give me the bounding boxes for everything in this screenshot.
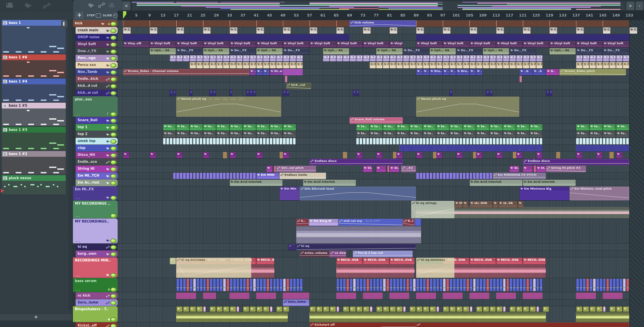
waveform-clip[interactable] <box>336 264 415 278</box>
audio-clip-to-[interactable]: to.. <box>216 131 230 138</box>
track-options-dots[interactable]: ... <box>76 274 80 277</box>
automation-clip-endless-disco[interactable]: Endless disco <box>310 159 402 165</box>
note-clip[interactable] <box>483 279 486 291</box>
audio-clip-em-acid-intertek[interactable]: Em Acid Intertek <box>523 180 576 186</box>
audio-clip[interactable] <box>203 152 210 158</box>
note-clip[interactable] <box>600 279 602 291</box>
audio-clip-to-[interactable]: to.. <box>476 131 489 138</box>
pattern-block[interactable] <box>473 138 476 144</box>
pattern-block[interactable] <box>483 138 486 144</box>
pattern-block[interactable] <box>510 138 512 144</box>
track-mute-led[interactable] <box>110 118 116 123</box>
audio-clip[interactable] <box>390 306 396 312</box>
resize-button[interactable]: ▪ <box>636 1 644 10</box>
audio-clip-p-[interactable]: P.. <box>383 55 389 62</box>
track-options-dots[interactable]: ... <box>76 214 80 218</box>
audio-clip-to-[interactable]: to.. <box>270 131 283 138</box>
audio-clip-vinyl-soft[interactable]: Vinyl Soft <box>496 41 522 48</box>
audio-clip-st-[interactable]: St.. <box>363 166 373 172</box>
audio-clip-p-[interactable]: P.. <box>510 55 516 62</box>
pattern-block[interactable] <box>180 138 182 144</box>
audio-clip--b[interactable]: ..b <box>476 69 482 76</box>
audio-clip-vinyl-soft[interactable]: Vinyl Soft <box>336 41 363 48</box>
audio-clip[interactable] <box>310 306 316 312</box>
audio-clip-vinyl-soft[interactable]: Vinyl Soft <box>523 41 549 48</box>
note-clip[interactable] <box>290 279 292 291</box>
track-header-hi-eq[interactable]: hi eq <box>76 244 118 250</box>
automation-clip-kick-volume[interactable]: kick volume <box>350 20 416 27</box>
pattern-block[interactable] <box>446 138 449 144</box>
pattern-block[interactable] <box>280 138 282 144</box>
pattern-block[interactable] <box>403 138 406 144</box>
audio-clip--b[interactable]: ..b <box>470 69 476 76</box>
pattern-block[interactable] <box>363 138 366 144</box>
automation-mini-clip[interactable] <box>353 90 356 96</box>
automation-clip-string-hi-pitch-#3[interactable]: String HI pitch #3 <box>546 166 586 172</box>
audio-clip-p-[interactable]: P.. <box>510 62 516 68</box>
note-clip[interactable] <box>610 279 612 291</box>
track-mute-led[interactable] <box>110 324 116 327</box>
pattern-block[interactable] <box>285 76 287 82</box>
audio-clip[interactable] <box>256 152 263 158</box>
note-clip[interactable] <box>356 279 359 291</box>
audio-clip-p-[interactable]: P.. <box>456 55 463 62</box>
note-clip[interactable] <box>240 279 242 291</box>
audio-clip-to-[interactable]: to.. <box>530 131 543 138</box>
automation-clip-snare-roll-volume[interactable]: Snare_Roll volume <box>350 117 402 124</box>
pattern-block[interactable] <box>493 138 496 144</box>
note-clip[interactable] <box>196 279 199 291</box>
note-clip[interactable] <box>390 279 392 291</box>
audio-clip-to-[interactable]: to.. <box>356 131 370 138</box>
pattern-block[interactable] <box>416 138 419 144</box>
audio-clip-to-[interactable]: to.. <box>436 124 450 130</box>
audio-clip-p-[interactable]: P.. <box>370 55 376 62</box>
audio-clip-to-[interactable]: to.. <box>176 131 190 138</box>
audio-clip--b[interactable]: ..b <box>533 69 546 76</box>
pattern-block[interactable] <box>210 173 212 179</box>
audio-clip-p-[interactable]: P.. <box>516 55 522 62</box>
waveform-clip[interactable] <box>576 292 596 299</box>
pattern-block[interactable] <box>466 173 469 179</box>
audio-clip[interactable] <box>596 306 602 312</box>
audio-clip-p-[interactable]: P.. <box>496 62 503 68</box>
audio-clip-p-[interactable]: P.. <box>390 62 396 68</box>
track-header-sc-kick[interactable]: sc kick <box>76 292 118 299</box>
note-clip[interactable] <box>373 279 376 291</box>
waveform-clip[interactable] <box>123 20 349 27</box>
pattern-block[interactable] <box>240 173 242 179</box>
pattern-block[interactable] <box>203 173 206 179</box>
pattern-block[interactable] <box>233 173 236 179</box>
track-header-korg-own[interactable]: korg..own <box>76 250 118 257</box>
track-mute-led[interactable] <box>110 252 116 256</box>
audio-clip-dru-ides[interactable]: Dru..ides <box>430 69 443 76</box>
audio-clip-to-[interactable]: to.. <box>163 131 176 138</box>
automation-mini-clip[interactable] <box>356 90 359 96</box>
audio-clip-to-[interactable]: to.. <box>576 131 589 138</box>
audio-clip-p-[interactable]: P.. <box>243 55 249 62</box>
audio-clip[interactable] <box>183 306 189 312</box>
pattern-block[interactable] <box>526 138 529 144</box>
audio-clip-p-[interactable]: P.. <box>423 62 429 68</box>
note-clip[interactable] <box>530 279 532 291</box>
note-clip[interactable] <box>523 279 526 291</box>
automation-clip-em-mininov-nnel-pitch[interactable]: Em Mininov..nnel pitch <box>570 186 629 200</box>
audio-clip-c-[interactable]: C.. <box>550 27 557 34</box>
audio-clip-vinyl-soft[interactable]: Vinyl Soft <box>256 41 283 48</box>
pattern-block[interactable] <box>216 173 219 179</box>
audio-clip-vinyl-soft[interactable]: Vinyl Soft <box>283 41 309 48</box>
audio-clip-p-[interactable]: P.. <box>330 55 336 62</box>
audio-clip-p-[interactable]: P.. <box>530 55 536 62</box>
audio-clip-to-[interactable]: to.. <box>516 124 529 130</box>
pattern-item-bass-1-2[interactable]: bass 1 #2 <box>2 151 66 174</box>
automation-clip-ve-down[interactable]: ve down <box>330 251 346 257</box>
note-clip[interactable] <box>260 279 262 291</box>
note-clip[interactable] <box>270 279 272 291</box>
audio-clip-to-[interactable]: to.. <box>190 131 203 138</box>
audio-clip-vinyl-soft[interactable]: Vinyl Soft <box>390 41 403 48</box>
audio-clip-to-[interactable]: to.. <box>450 124 463 130</box>
note-clip[interactable] <box>250 279 252 291</box>
automation-icon[interactable] <box>43 3 50 10</box>
audio-clip-reco-ova[interactable]: RECO..OVA <box>336 258 363 264</box>
note-clip[interactable] <box>496 279 499 291</box>
audio-clip[interactable] <box>430 306 436 312</box>
